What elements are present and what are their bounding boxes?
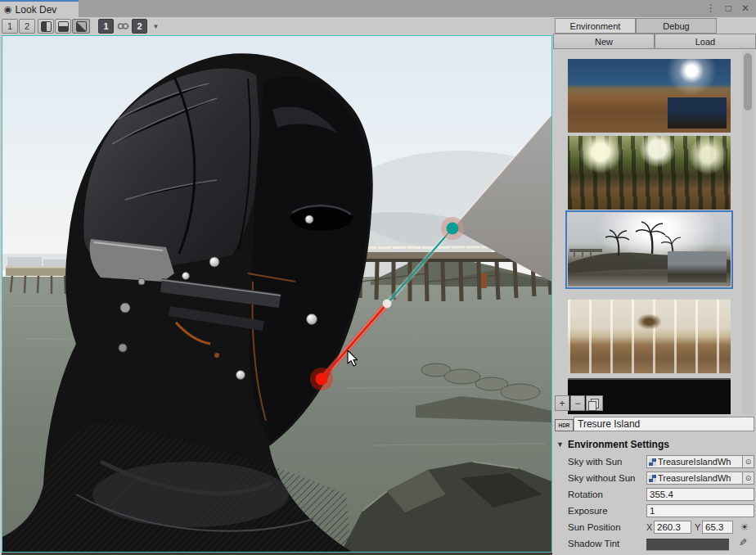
- new-environment-button[interactable]: New: [553, 34, 655, 49]
- maximize-icon[interactable]: □: [726, 2, 731, 14]
- sky-without-sun-object-field[interactable]: TreasureIslandWh ⊙: [646, 472, 754, 485]
- sun-y-input[interactable]: 65.3: [702, 521, 733, 534]
- sky-with-sun-value: TreasureIslandWh: [658, 457, 742, 467]
- shadow-tint-label: Shadow Tint: [568, 539, 619, 548]
- eye-icon: ◉: [4, 5, 12, 14]
- hdr-badge: HDR: [555, 419, 574, 431]
- menu-icon[interactable]: ⋮: [706, 2, 716, 14]
- rotation-label: Rotation: [568, 490, 603, 499]
- duplicate-environment-button[interactable]: [586, 395, 603, 411]
- viewport-render: [2, 36, 551, 552]
- lookdev-window: ◉ Look Dev ⋮ □ ✕ 1 2 1 2 ▼: [0, 0, 756, 555]
- sky-without-sun-value: TreasureIslandWh: [658, 473, 742, 483]
- environment-settings-title: Environment Settings: [568, 439, 669, 450]
- cubemap-icon: [649, 475, 656, 482]
- top-bottom-button[interactable]: [55, 19, 71, 34]
- separator-handle-red[interactable]: [316, 373, 328, 386]
- view-1-button[interactable]: 1: [2, 19, 18, 34]
- sky-with-sun-label: Sky with Sun: [568, 457, 622, 467]
- environment-list: [553, 49, 756, 414]
- sun-y-label: Y: [695, 522, 700, 532]
- exposure-input[interactable]: 1: [646, 504, 754, 517]
- environment-list-scrollbar[interactable]: [742, 51, 754, 414]
- camera-1-button[interactable]: 1: [98, 19, 114, 34]
- environment-thumbnail-forest[interactable]: [568, 136, 731, 210]
- object-picker-icon[interactable]: ⊙: [742, 472, 754, 485]
- cubemap-icon: [649, 458, 656, 466]
- eyedropper-icon[interactable]: ✎: [739, 537, 747, 548]
- side-by-side-button[interactable]: [38, 19, 54, 34]
- link-cameras-button[interactable]: [115, 19, 130, 34]
- environment-settings-header[interactable]: ▼ Environment Settings: [556, 439, 669, 450]
- environment-name-field[interactable]: Tresure Island: [574, 417, 754, 431]
- remove-environment-button[interactable]: −: [570, 395, 585, 411]
- separator-handle-center[interactable]: [383, 300, 391, 308]
- sun-position-picker-button[interactable]: ☀: [738, 521, 751, 534]
- sun-x-label: X: [646, 522, 652, 532]
- setting-row-rotation: Rotation 355.4: [553, 487, 756, 503]
- scrollbar-thumb[interactable]: [744, 53, 752, 111]
- environment-thumbnail-desert[interactable]: [568, 59, 731, 133]
- environment-panel: Environment Debug New Load: [553, 17, 756, 555]
- environment-thumbnail-treasure-island-inset: [668, 251, 727, 282]
- sun-position-label: Sun Position: [568, 522, 621, 532]
- diagonal-split-icon: [76, 21, 87, 32]
- foldout-icon: ▼: [556, 440, 564, 449]
- exposure-label: Exposure: [568, 506, 608, 516]
- window-title: Look Dev: [16, 4, 57, 16]
- link-icon: [117, 22, 129, 30]
- view-2-button[interactable]: 2: [19, 19, 35, 34]
- window-controls: ⋮ □ ✕: [706, 2, 749, 14]
- load-environment-button[interactable]: Load: [655, 34, 756, 49]
- lookdev-viewport[interactable]: [2, 35, 552, 553]
- environment-thumbnail-church[interactable]: [568, 300, 731, 373]
- sky-without-sun-label: Sky without Sun: [568, 473, 635, 483]
- tab-environment[interactable]: Environment: [555, 18, 636, 34]
- rotation-input[interactable]: 355.4: [646, 488, 754, 501]
- vertical-split-icon: [41, 21, 52, 32]
- environment-thumbnail-treasure-island[interactable]: [568, 213, 731, 287]
- setting-row-shadow-tint: Shadow Tint ✎: [553, 536, 756, 553]
- setting-row-sky-without-sun: Sky without Sun TreasureIslandWh ⊙: [553, 471, 756, 487]
- camera-2-button[interactable]: 2: [132, 19, 147, 34]
- setting-row-sky-with-sun: Sky with Sun TreasureIslandWh ⊙: [553, 454, 756, 471]
- horizontal-split-icon: [58, 21, 69, 32]
- duplicate-icon: [591, 399, 599, 408]
- environment-thumbnail-desert-inset: [668, 97, 727, 129]
- tab-look-dev[interactable]: ◉ Look Dev: [0, 0, 79, 17]
- shadow-tint-color-swatch[interactable]: [646, 539, 729, 550]
- separator-handle-teal[interactable]: [447, 223, 459, 235]
- title-bar: ◉ Look Dev ⋮ □ ✕: [0, 0, 756, 17]
- object-picker-icon[interactable]: ⊙: [742, 455, 754, 468]
- add-environment-button[interactable]: +: [555, 395, 569, 411]
- lookdev-toolbar: 1 2 1 2 ▼: [0, 17, 553, 35]
- close-icon[interactable]: ✕: [741, 2, 749, 14]
- sky-with-sun-object-field[interactable]: TreasureIslandWh ⊙: [646, 455, 754, 468]
- sun-x-input[interactable]: 260.3: [654, 521, 691, 534]
- split-view-button[interactable]: [72, 19, 90, 34]
- setting-row-exposure: Exposure 1: [553, 503, 756, 520]
- tab-debug[interactable]: Debug: [636, 18, 717, 34]
- setting-row-sun-position: Sun Position X 260.3 Y 65.3 ☀: [553, 520, 756, 536]
- camera-options-dropdown[interactable]: ▼: [150, 19, 162, 34]
